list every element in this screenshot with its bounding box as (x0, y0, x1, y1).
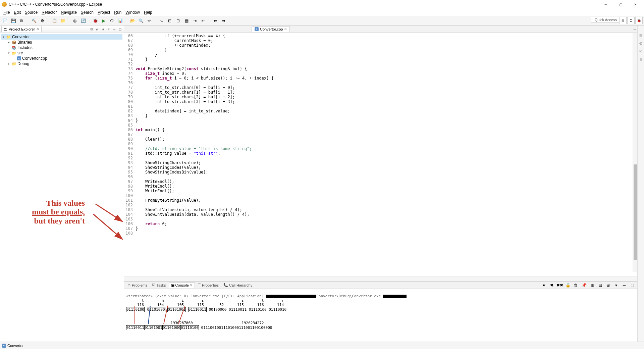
menu-file[interactable]: File (1, 9, 12, 15)
close-tab-icon[interactable]: ✕ (284, 27, 287, 31)
bottom-tab-call-hierarchy[interactable]: 📞Call Hierarchy (221, 282, 254, 288)
folder-icon: 📁 (12, 61, 16, 66)
close-icon[interactable]: ✕ (36, 27, 39, 31)
project-icon: 📁 (6, 35, 11, 39)
expand-icon[interactable]: ▸ (7, 62, 11, 65)
focus-icon[interactable]: ◈ (101, 27, 105, 32)
menu-window[interactable]: Window (123, 9, 142, 15)
bottom-tab-console[interactable]: ▣Console ✕ (169, 282, 195, 288)
maximize-view-icon[interactable]: ▢ (118, 27, 122, 32)
code-editor[interactable]: 66 67 68 69 70 71 72 73 74 75 76 77 78 7… (124, 33, 637, 277)
step-button[interactable]: ↘ (158, 17, 165, 24)
display-selected-button[interactable]: ▥ (588, 282, 596, 289)
remove-all-button[interactable]: ✖✖ (556, 282, 564, 289)
tree-item-label: src (17, 51, 23, 55)
toggle-button[interactable]: ⊟ (166, 17, 173, 24)
console-output[interactable]: <terminated> (exit value: 0) Convertor.e… (124, 289, 637, 342)
save-button[interactable]: 💾 (10, 17, 17, 24)
tree-item[interactable]: ▸📁Debug (1, 61, 122, 66)
maximize-console-icon[interactable]: ▢ (629, 282, 636, 289)
new-folder-button[interactable]: 📁 (59, 17, 66, 24)
target-button[interactable]: ◎ (71, 17, 78, 24)
pin-console-button[interactable]: 📌 (580, 282, 588, 289)
new-button[interactable]: 📄 (1, 17, 9, 24)
tree-item[interactable]: 📚Includes (1, 45, 122, 50)
new-console-button[interactable]: ⊞ (604, 282, 612, 289)
menu-edit[interactable]: Edit (12, 9, 23, 15)
quick-access-input[interactable]: Quick Access (591, 17, 621, 23)
maximize-button[interactable]: ▢ (614, 0, 627, 8)
build-targets-icon[interactable]: ⊞ (638, 56, 644, 62)
debug-perspective-button[interactable]: 🐞 (635, 17, 643, 24)
cpp-file-icon: c (255, 27, 259, 31)
search-button[interactable]: 🔍 (137, 17, 145, 24)
minimize-console-icon[interactable]: ─ (621, 282, 628, 289)
tree-item[interactable]: ▾📁src (1, 50, 122, 56)
next-button[interactable]: ⇥ (191, 17, 199, 24)
menu-refactor[interactable]: Refactor (40, 9, 59, 15)
save-all-button[interactable]: 🗎 (18, 17, 25, 24)
project-explorer-tab[interactable]: 🗀 Project Explorer ✕ (1, 26, 42, 32)
open-console-button[interactable]: ▤ (596, 282, 604, 289)
hammer-icon[interactable]: ⚙ (39, 17, 46, 24)
terminate-button[interactable]: ■ (540, 282, 547, 289)
outline-icon[interactable]: ▤ (638, 32, 644, 38)
make-target-icon[interactable]: ◎ (638, 40, 644, 46)
refresh-button[interactable]: 🔄 (79, 17, 87, 24)
debug-button[interactable]: 🐞 (92, 17, 99, 24)
clear-console-button[interactable]: 🗑 (572, 282, 580, 289)
remove-terminated-button[interactable]: ✖ (548, 282, 555, 289)
bottom-tab-properties[interactable]: ☰Properties (196, 282, 221, 288)
open-type-button[interactable]: 📂 (129, 17, 136, 24)
expand-icon[interactable]: ▸ (7, 41, 11, 44)
menu-source[interactable]: Source (23, 9, 40, 15)
cpp-perspective-button[interactable]: C (627, 17, 635, 24)
view-menu-icon[interactable]: ▿ (106, 27, 111, 32)
minimize-view-icon[interactable]: ─ (112, 27, 117, 32)
annotation-text: This values must be equals, but they are… (32, 199, 85, 225)
console-line: 1936287860 1920234272 (126, 321, 264, 325)
run-button[interactable]: ▶ (100, 17, 107, 24)
toggle-mark-button[interactable]: ⊡ (174, 17, 182, 24)
bottom-tab-problems[interactable]: ⚠Problems (125, 282, 149, 288)
horizontal-scrollbar[interactable] (124, 277, 644, 281)
window-title: C++ - C/C++ - Convertor/src/Convertor.cp… (9, 2, 102, 7)
toggle-block-button[interactable]: ▦ (183, 17, 190, 24)
scroll-lock-button[interactable]: 🔒 (564, 282, 572, 289)
expand-icon[interactable]: ▾ (1, 35, 5, 39)
forward-button[interactable]: ➡ (220, 17, 227, 24)
new-class-button[interactable]: 📋 (51, 17, 58, 24)
minimize-button[interactable]: ─ (599, 0, 612, 8)
folder-icon: 📁 (12, 51, 16, 55)
overview-ruler[interactable] (633, 33, 637, 272)
collapse-all-icon[interactable]: ⊟ (89, 27, 94, 32)
profile-button[interactable]: ⏱ (108, 17, 116, 24)
editor-tab[interactable]: c Convertor.cpp ✕ (252, 26, 290, 32)
open-perspective-button[interactable]: ⊞ (619, 17, 627, 24)
build-button[interactable]: 🔨 (30, 17, 38, 24)
minimize-editor-icon[interactable]: ─ (632, 27, 637, 32)
tree-item[interactable]: ▸📦Binaries (1, 40, 122, 45)
menu-navigate[interactable]: Navigate (59, 9, 78, 15)
menu-project[interactable]: Project (96, 9, 112, 15)
menu-run[interactable]: Run (112, 9, 123, 15)
project-tree[interactable]: ▾ 📁 Convertor ▸📦Binaries📚Includes▾📁srccC… (0, 33, 124, 342)
main-area: 🗀 Project Explorer ✕ ⊟ ⇄ ◈ ▿ ─ ▢ ▾ 📁 Con… (0, 26, 644, 342)
menu-search[interactable]: Search (79, 9, 96, 15)
link-editor-icon[interactable]: ⇄ (95, 27, 100, 32)
expand-icon[interactable]: ▾ (7, 51, 11, 55)
coverage-button[interactable]: 📊 (117, 17, 124, 24)
bottom-tab-tasks[interactable]: ☑Tasks (150, 282, 168, 288)
close-button[interactable]: ✕ (629, 0, 642, 8)
menu-help[interactable]: Help (142, 9, 154, 15)
prev-button[interactable]: ⇤ (200, 17, 207, 24)
back-button[interactable]: ⬅ (212, 17, 219, 24)
close-icon[interactable]: ✕ (190, 284, 193, 287)
project-explorer-title: Project Explorer (9, 27, 35, 31)
annotate-button[interactable]: ✏ (146, 17, 153, 24)
console-dropdown-button[interactable]: ▾ (612, 282, 620, 289)
task-list-icon[interactable]: ☑ (638, 48, 644, 54)
tree-root[interactable]: ▾ 📁 Convertor (1, 34, 122, 40)
tree-item[interactable]: cConvertor.cpp (1, 56, 122, 61)
console-line: 01110011011010010110100001110100 0111001… (126, 326, 272, 330)
